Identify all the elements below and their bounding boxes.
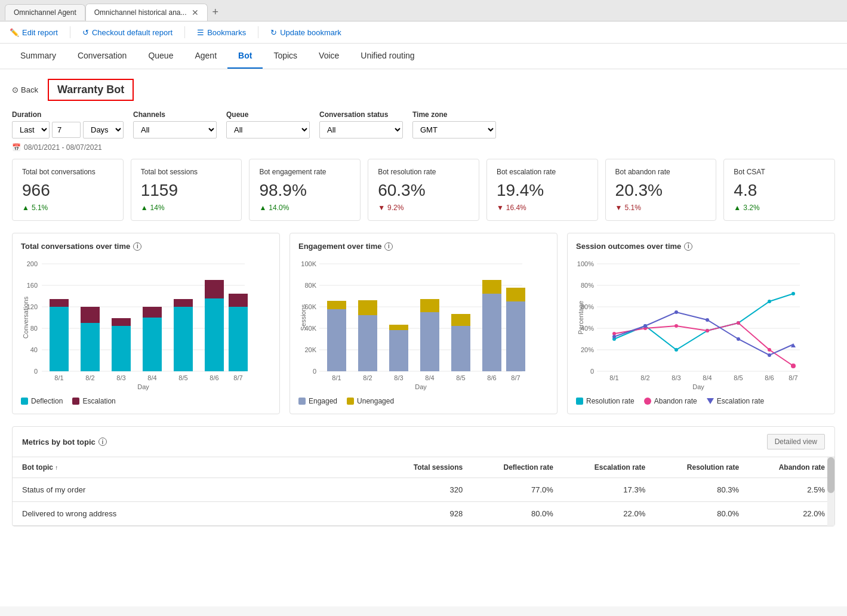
svg-text:20K: 20K <box>304 346 316 353</box>
conversations-svg: 200 160 120 80 40 0 <box>21 258 248 389</box>
kpi-csat: Bot CSAT 4.8 ▲3.2% <box>723 159 835 221</box>
cell-abandon: 22.0% <box>749 502 834 526</box>
svg-text:Day: Day <box>137 383 149 390</box>
tab-unified-routing[interactable]: Unified routing <box>350 44 425 69</box>
scrollbar-track <box>827 457 834 526</box>
svg-point-85 <box>706 318 709 322</box>
bar-escalation-1 <box>50 299 69 307</box>
back-button[interactable]: ⊙ Back <box>12 85 38 94</box>
kpi-abandon-rate: Bot abandon rate 20.3% ▼5.1% <box>605 159 717 221</box>
bar-escalation-3 <box>112 318 131 326</box>
bar-escalation-7 <box>229 294 248 307</box>
table-row: Status of my order 320 77.0% 17.3% 80.3%… <box>13 478 834 502</box>
bar-deflection-4 <box>143 318 162 371</box>
close-icon[interactable]: ✕ <box>192 8 199 17</box>
kpi-total-conversations: Total bot conversations 966 ▲5.1% <box>12 159 124 221</box>
channels-select[interactable]: All <box>133 121 217 138</box>
cell-sessions: 928 <box>383 502 473 526</box>
svg-text:100%: 100% <box>577 260 594 267</box>
new-tab-button[interactable]: + <box>208 6 224 19</box>
cell-deflection: 80.0% <box>472 502 563 526</box>
queue-select[interactable]: All <box>226 121 310 138</box>
svg-text:80K: 80K <box>304 282 316 289</box>
svg-point-81 <box>791 364 796 368</box>
svg-text:Sessions: Sessions <box>300 304 307 331</box>
svg-point-73 <box>768 300 771 303</box>
svg-text:8/5: 8/5 <box>456 374 465 381</box>
tab-label: Omnichannel Agent <box>14 8 76 17</box>
svg-text:40: 40 <box>30 346 38 353</box>
duration-value-input[interactable] <box>52 122 81 138</box>
checkout-default-button[interactable]: ↺ Checkout default report <box>82 28 173 37</box>
svg-text:200: 200 <box>27 260 38 267</box>
page-title: Warranty Bot <box>48 79 134 101</box>
conversations-legend: Deflection Escalation <box>21 397 271 405</box>
tab-omnichannel-agent[interactable]: Omnichannel Agent <box>5 4 85 20</box>
duration-preset-select[interactable]: Last <box>12 121 50 138</box>
tab-conversation[interactable]: Conversation <box>67 44 138 69</box>
charts-row: Total conversations over time i 200 160 … <box>12 233 835 414</box>
svg-rect-33 <box>327 309 346 371</box>
update-bookmark-button[interactable]: ↻ Update bookmark <box>270 28 341 37</box>
tab-queue[interactable]: Queue <box>137 44 184 69</box>
cell-resolution: 80.0% <box>655 502 749 526</box>
duration-unit-select[interactable]: Days <box>83 121 124 138</box>
svg-text:20%: 20% <box>581 346 594 353</box>
scrollbar-thumb[interactable] <box>827 457 834 493</box>
svg-text:8/6: 8/6 <box>210 374 218 381</box>
col-deflection-rate: Deflection rate <box>472 457 563 478</box>
browser-tabs: Omnichannel Agent Omnichannel historical… <box>0 0 847 21</box>
refresh-icon: ↻ <box>270 28 277 37</box>
kpi-resolution-rate: Bot resolution rate 60.3% ▼9.2% <box>368 159 479 221</box>
svg-point-79 <box>737 321 740 325</box>
sort-icon[interactable]: ↑ <box>55 464 58 471</box>
pencil-icon: ✏️ <box>10 28 19 37</box>
bar-escalation-2 <box>81 307 100 323</box>
escalation-legend-icon <box>707 398 714 404</box>
edit-report-button[interactable]: ✏️ Edit report <box>10 28 58 37</box>
info-icon[interactable]: i <box>133 242 141 251</box>
tab-voice[interactable]: Voice <box>308 44 350 69</box>
table-row: Delivered to wrong address 928 80.0% 22.… <box>13 502 834 526</box>
svg-text:8/3: 8/3 <box>394 374 403 381</box>
svg-point-84 <box>674 310 678 314</box>
svg-rect-43 <box>482 294 501 371</box>
svg-text:8/1: 8/1 <box>54 374 63 381</box>
back-icon: ⊙ <box>12 85 19 94</box>
tab-historical[interactable]: Omnichannel historical ana... ✕ <box>85 4 208 21</box>
queue-filter: Queue All <box>226 110 310 138</box>
info-icon[interactable]: i <box>98 438 107 446</box>
detailed-view-button[interactable]: Detailed view <box>767 434 825 449</box>
svg-text:80: 80 <box>30 325 38 332</box>
tab-label: Omnichannel historical ana... <box>94 8 187 17</box>
bar-deflection-7 <box>229 307 248 371</box>
checkout-icon: ↺ <box>82 28 89 37</box>
tab-summary[interactable]: Summary <box>10 44 67 69</box>
bar-escalation-6 <box>205 280 224 298</box>
timezone-filter: Time zone GMT <box>412 110 496 138</box>
conversations-chart: Total conversations over time i 200 160 … <box>12 233 280 414</box>
svg-text:8/7: 8/7 <box>233 374 242 381</box>
svg-text:8/6: 8/6 <box>765 374 774 381</box>
session-outcomes-chart-area: 100% 80% 60% 40% 20% 0 <box>576 258 826 391</box>
conversation-status-select[interactable]: All <box>319 121 403 138</box>
tab-bot[interactable]: Bot <box>227 44 263 69</box>
timezone-select[interactable]: GMT <box>412 121 496 138</box>
info-icon[interactable]: i <box>684 242 692 251</box>
date-range: 📅 08/01/2021 - 08/07/2021 <box>12 143 835 152</box>
engagement-chart-area: 100K 80K 60K 40K 20K 0 <box>298 258 549 391</box>
tab-topics[interactable]: Topics <box>263 44 308 69</box>
tab-agent[interactable]: Agent <box>184 44 227 69</box>
metrics-table: Bot topic ↑ Total sessions Deflection ra… <box>13 457 834 526</box>
info-icon[interactable]: i <box>384 242 393 251</box>
svg-text:8/1: 8/1 <box>609 374 618 381</box>
bookmarks-button[interactable]: ☰ Bookmarks <box>197 28 246 37</box>
svg-point-83 <box>643 324 647 328</box>
separator <box>184 26 185 38</box>
channels-filter: Channels All <box>133 110 217 138</box>
kpi-engagement-rate: Bot engagement rate 98.9% ▲14.0% <box>249 159 361 221</box>
abandon-legend-color <box>644 398 651 405</box>
bar-escalation-4 <box>143 307 162 318</box>
abandon-line <box>614 323 793 366</box>
nav-tabs: Summary Conversation Queue Agent Bot Top… <box>0 44 847 69</box>
